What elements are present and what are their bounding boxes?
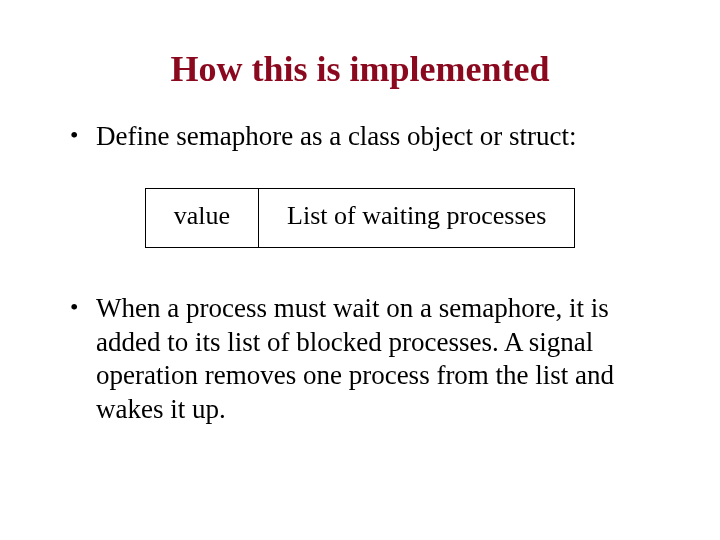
bullet-item: Define semaphore as a class object or st… bbox=[70, 120, 660, 154]
slide: How this is implemented Define semaphore… bbox=[0, 0, 720, 540]
bullet-list: Define semaphore as a class object or st… bbox=[0, 120, 720, 154]
slide-title: How this is implemented bbox=[0, 48, 720, 90]
bullet-list: When a process must wait on a semaphore,… bbox=[0, 292, 720, 427]
struct-cell-list: List of waiting processes bbox=[259, 188, 575, 248]
struct-table: value List of waiting processes bbox=[145, 188, 576, 248]
struct-diagram: value List of waiting processes bbox=[0, 188, 720, 248]
bullet-item: When a process must wait on a semaphore,… bbox=[70, 292, 660, 427]
struct-cell-value: value bbox=[145, 188, 259, 248]
